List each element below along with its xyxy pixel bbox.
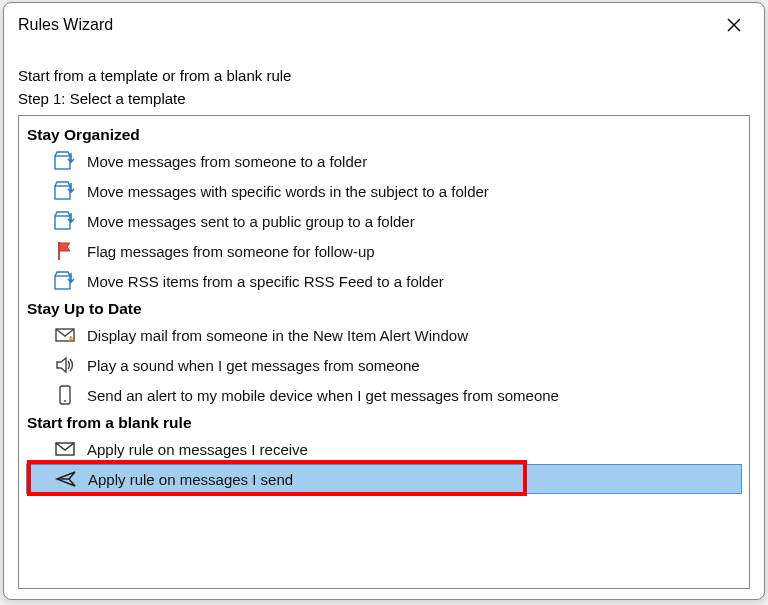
svg-rect-4 — [55, 216, 70, 229]
svg-rect-3 — [55, 186, 70, 199]
template-item[interactable]: Move RSS items from a specific RSS Feed … — [25, 266, 743, 296]
highlighted-row-wrap: Apply rule on messages I send — [25, 464, 743, 494]
template-list: Stay Organized Move messages from someon… — [18, 115, 750, 589]
template-item[interactable]: Flag messages from someone for follow-up — [25, 236, 743, 266]
template-item-label: Display mail from someone in the New Ite… — [87, 327, 468, 344]
section-header-stay-organized: Stay Organized — [27, 126, 743, 144]
rules-wizard-dialog: Rules Wizard Start from a template or fr… — [3, 2, 765, 600]
svg-marker-8 — [69, 336, 73, 341]
template-item[interactable]: Display mail from someone in the New Ite… — [25, 320, 743, 350]
template-item[interactable]: Move messages with specific words in the… — [25, 176, 743, 206]
template-item-selected[interactable]: Apply rule on messages I send — [26, 464, 742, 494]
template-item-label: Move messages with specific words in the… — [87, 183, 489, 200]
template-item-label: Move RSS items from a specific RSS Feed … — [87, 273, 444, 290]
move-to-folder-icon — [53, 149, 77, 173]
flag-icon — [53, 239, 77, 263]
close-icon — [727, 18, 741, 32]
move-to-folder-icon — [53, 179, 77, 203]
template-item-label: Move messages sent to a public group to … — [87, 213, 415, 230]
send-icon — [54, 467, 78, 491]
template-item[interactable]: Move messages sent to a public group to … — [25, 206, 743, 236]
template-item-label: Flag messages from someone for follow-up — [87, 243, 375, 260]
template-item[interactable]: Move messages from someone to a folder — [25, 146, 743, 176]
template-item[interactable]: Apply rule on messages I receive — [25, 434, 743, 464]
svg-rect-6 — [55, 276, 70, 289]
template-item[interactable]: Play a sound when I get messages from so… — [25, 350, 743, 380]
mail-alert-icon — [53, 323, 77, 347]
template-item-label: Apply rule on messages I send — [88, 471, 293, 488]
template-item-label: Move messages from someone to a folder — [87, 153, 367, 170]
section-header-start-from-blank: Start from a blank rule — [27, 414, 743, 432]
intro-text-1: Start from a template or from a blank ru… — [18, 67, 750, 84]
section-header-stay-up-to-date: Stay Up to Date — [27, 300, 743, 318]
move-to-folder-icon — [53, 269, 77, 293]
svg-rect-2 — [55, 156, 70, 169]
template-item-label: Play a sound when I get messages from so… — [87, 357, 420, 374]
close-button[interactable] — [718, 11, 750, 39]
dialog-title: Rules Wizard — [18, 16, 113, 34]
template-item-label: Send an alert to my mobile device when I… — [87, 387, 559, 404]
sound-icon — [53, 353, 77, 377]
template-item-label: Apply rule on messages I receive — [87, 441, 308, 458]
titlebar: Rules Wizard — [4, 3, 764, 45]
envelope-icon — [53, 437, 77, 461]
intro-text-2: Step 1: Select a template — [18, 90, 750, 107]
mobile-icon — [53, 383, 77, 407]
move-to-folder-icon — [53, 209, 77, 233]
svg-point-10 — [64, 400, 66, 402]
dialog-body: Start from a template or from a blank ru… — [4, 45, 764, 599]
template-item[interactable]: Send an alert to my mobile device when I… — [25, 380, 743, 410]
